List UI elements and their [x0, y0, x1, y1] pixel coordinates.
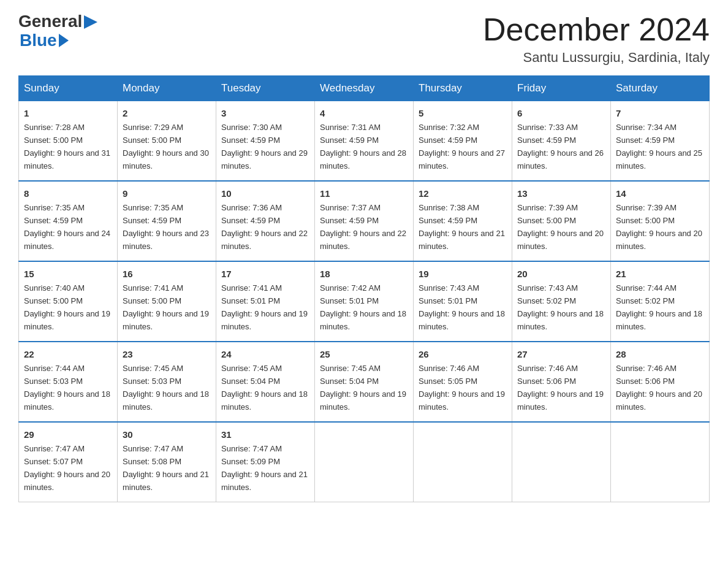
table-row: 8Sunrise: 7:35 AMSunset: 4:59 PMDaylight…	[19, 181, 118, 261]
day-number: 21	[616, 267, 704, 281]
day-number: 20	[517, 267, 605, 281]
day-info: Sunrise: 7:45 AMSunset: 5:04 PMDaylight:…	[320, 364, 406, 412]
day-info: Sunrise: 7:32 AMSunset: 4:59 PMDaylight:…	[419, 123, 505, 170]
day-info: Sunrise: 7:39 AMSunset: 5:00 PMDaylight:…	[517, 203, 604, 251]
day-info: Sunrise: 7:44 AMSunset: 5:03 PMDaylight:…	[24, 364, 110, 412]
day-info: Sunrise: 7:29 AMSunset: 5:00 PMDaylight:…	[123, 123, 209, 170]
table-row: 25Sunrise: 7:45 AMSunset: 5:04 PMDayligh…	[315, 342, 414, 422]
table-row: 12Sunrise: 7:38 AMSunset: 4:59 PMDayligh…	[414, 181, 512, 261]
day-info: Sunrise: 7:41 AMSunset: 5:01 PMDaylight:…	[221, 283, 308, 331]
day-number: 15	[24, 267, 112, 281]
day-number: 2	[123, 106, 211, 120]
logo-blue-text: Blue	[20, 31, 57, 50]
day-number: 7	[616, 106, 704, 120]
day-info: Sunrise: 7:43 AMSunset: 5:02 PMDaylight:…	[517, 283, 604, 331]
day-number: 12	[419, 186, 507, 201]
day-info: Sunrise: 7:37 AMSunset: 4:59 PMDaylight:…	[320, 203, 406, 251]
day-number: 3	[221, 106, 309, 120]
table-row: 27Sunrise: 7:46 AMSunset: 5:06 PMDayligh…	[512, 342, 611, 422]
day-number: 31	[221, 427, 309, 442]
day-info: Sunrise: 7:45 AMSunset: 5:04 PMDaylight:…	[221, 364, 308, 412]
table-row: 6Sunrise: 7:33 AMSunset: 4:59 PMDaylight…	[512, 101, 611, 181]
day-info: Sunrise: 7:28 AMSunset: 5:00 PMDaylight:…	[24, 123, 110, 170]
table-row: 29Sunrise: 7:47 AMSunset: 5:07 PMDayligh…	[19, 422, 118, 502]
day-number: 14	[616, 186, 704, 201]
table-row: 26Sunrise: 7:46 AMSunset: 5:05 PMDayligh…	[414, 342, 512, 422]
day-info: Sunrise: 7:47 AMSunset: 5:07 PMDaylight:…	[24, 444, 110, 492]
location: Santu Lussurgiu, Sardinia, Italy	[483, 50, 710, 66]
page-header: General Blue December 2024 Santu Lussurg…	[18, 12, 710, 66]
day-number: 11	[320, 186, 408, 201]
day-info: Sunrise: 7:42 AMSunset: 5:01 PMDaylight:…	[320, 283, 406, 331]
table-row	[315, 422, 414, 502]
day-number: 10	[221, 186, 309, 201]
table-row: 10Sunrise: 7:36 AMSunset: 4:59 PMDayligh…	[216, 181, 315, 261]
day-number: 1	[24, 106, 112, 120]
day-info: Sunrise: 7:35 AMSunset: 4:59 PMDaylight:…	[123, 203, 209, 251]
day-number: 4	[320, 106, 408, 120]
table-row: 2Sunrise: 7:29 AMSunset: 5:00 PMDaylight…	[118, 101, 216, 181]
calendar-header-row: Sunday Monday Tuesday Wednesday Thursday…	[19, 76, 710, 101]
day-number: 27	[517, 347, 605, 361]
month-title: December 2024	[483, 12, 710, 47]
day-info: Sunrise: 7:38 AMSunset: 4:59 PMDaylight:…	[419, 203, 505, 251]
table-row: 23Sunrise: 7:45 AMSunset: 5:03 PMDayligh…	[118, 342, 216, 422]
col-sunday: Sunday	[19, 76, 118, 101]
table-row: 21Sunrise: 7:44 AMSunset: 5:02 PMDayligh…	[611, 261, 710, 342]
day-info: Sunrise: 7:47 AMSunset: 5:08 PMDaylight:…	[123, 444, 209, 492]
table-row: 11Sunrise: 7:37 AMSunset: 4:59 PMDayligh…	[315, 181, 414, 261]
day-info: Sunrise: 7:46 AMSunset: 5:06 PMDaylight:…	[616, 364, 702, 412]
day-number: 17	[221, 267, 309, 281]
calendar-row-1: 1Sunrise: 7:28 AMSunset: 5:00 PMDaylight…	[19, 101, 710, 181]
svg-marker-0	[84, 15, 97, 29]
day-info: Sunrise: 7:45 AMSunset: 5:03 PMDaylight:…	[123, 364, 209, 412]
day-number: 18	[320, 267, 408, 281]
table-row	[611, 422, 710, 502]
day-number: 29	[24, 427, 112, 442]
day-info: Sunrise: 7:46 AMSunset: 5:05 PMDaylight:…	[419, 364, 505, 412]
day-number: 16	[123, 267, 211, 281]
table-row: 30Sunrise: 7:47 AMSunset: 5:08 PMDayligh…	[118, 422, 216, 502]
logo-general-text: General	[18, 12, 82, 31]
table-row: 20Sunrise: 7:43 AMSunset: 5:02 PMDayligh…	[512, 261, 611, 342]
day-info: Sunrise: 7:40 AMSunset: 5:00 PMDaylight:…	[24, 283, 110, 331]
logo-arrow-icon	[84, 15, 97, 29]
table-row: 19Sunrise: 7:43 AMSunset: 5:01 PMDayligh…	[414, 261, 512, 342]
day-info: Sunrise: 7:41 AMSunset: 5:00 PMDaylight:…	[123, 283, 209, 331]
day-info: Sunrise: 7:43 AMSunset: 5:01 PMDaylight:…	[419, 283, 505, 331]
day-number: 6	[517, 106, 605, 120]
calendar-row-2: 8Sunrise: 7:35 AMSunset: 4:59 PMDaylight…	[19, 181, 710, 261]
day-info: Sunrise: 7:46 AMSunset: 5:06 PMDaylight:…	[517, 364, 604, 412]
table-row	[512, 422, 611, 502]
col-saturday: Saturday	[611, 76, 710, 101]
day-info: Sunrise: 7:35 AMSunset: 4:59 PMDaylight:…	[24, 203, 110, 251]
table-row: 7Sunrise: 7:34 AMSunset: 4:59 PMDaylight…	[611, 101, 710, 181]
day-info: Sunrise: 7:34 AMSunset: 4:59 PMDaylight:…	[616, 123, 702, 170]
day-number: 23	[123, 347, 211, 361]
day-number: 26	[419, 347, 507, 361]
day-info: Sunrise: 7:31 AMSunset: 4:59 PMDaylight:…	[320, 123, 406, 170]
day-info: Sunrise: 7:47 AMSunset: 5:09 PMDaylight:…	[221, 444, 308, 492]
table-row: 13Sunrise: 7:39 AMSunset: 5:00 PMDayligh…	[512, 181, 611, 261]
day-number: 5	[419, 106, 507, 120]
day-info: Sunrise: 7:36 AMSunset: 4:59 PMDaylight:…	[221, 203, 308, 251]
table-row: 28Sunrise: 7:46 AMSunset: 5:06 PMDayligh…	[611, 342, 710, 422]
calendar-row-3: 15Sunrise: 7:40 AMSunset: 5:00 PMDayligh…	[19, 261, 710, 342]
day-number: 25	[320, 347, 408, 361]
table-row: 14Sunrise: 7:39 AMSunset: 5:00 PMDayligh…	[611, 181, 710, 261]
table-row: 15Sunrise: 7:40 AMSunset: 5:00 PMDayligh…	[19, 261, 118, 342]
table-row: 3Sunrise: 7:30 AMSunset: 4:59 PMDaylight…	[216, 101, 315, 181]
table-row: 31Sunrise: 7:47 AMSunset: 5:09 PMDayligh…	[216, 422, 315, 502]
day-number: 19	[419, 267, 507, 281]
day-info: Sunrise: 7:30 AMSunset: 4:59 PMDaylight:…	[221, 123, 308, 170]
col-thursday: Thursday	[414, 76, 512, 101]
day-number: 8	[24, 186, 112, 201]
table-row: 22Sunrise: 7:44 AMSunset: 5:03 PMDayligh…	[19, 342, 118, 422]
table-row: 4Sunrise: 7:31 AMSunset: 4:59 PMDaylight…	[315, 101, 414, 181]
day-number: 30	[123, 427, 211, 442]
logo: General Blue	[18, 12, 97, 50]
table-row: 18Sunrise: 7:42 AMSunset: 5:01 PMDayligh…	[315, 261, 414, 342]
table-row: 5Sunrise: 7:32 AMSunset: 4:59 PMDaylight…	[414, 101, 512, 181]
table-row: 9Sunrise: 7:35 AMSunset: 4:59 PMDaylight…	[118, 181, 216, 261]
day-number: 9	[123, 186, 211, 201]
